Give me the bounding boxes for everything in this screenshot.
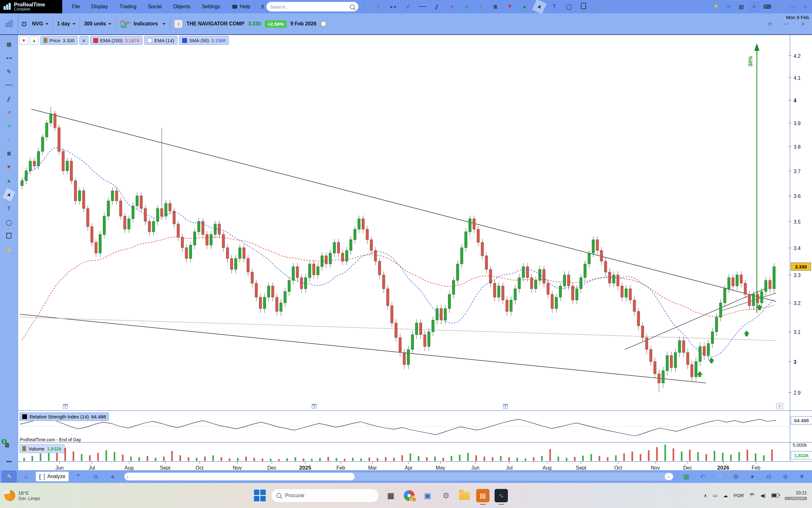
chart-minimize-icon[interactable]: — — [781, 18, 792, 29]
time-scrollbar-track[interactable]: ‹ › — [124, 472, 674, 481]
menu-settings[interactable]: Settings — [202, 4, 220, 9]
calendar-back-icon[interactable]: ▦ — [680, 471, 692, 482]
sidebar-more-icon[interactable]: ••• — [3, 457, 14, 466]
battery-icon[interactable] — [771, 494, 779, 498]
duplicate-chart-icon[interactable]: ⧉ — [89, 471, 102, 482]
browser-icon[interactable]: R — [402, 489, 416, 502]
store-icon[interactable]: ▣ — [421, 489, 434, 502]
zoom-out-icon[interactable]: ⊖ — [763, 471, 774, 482]
taskbar-clock[interactable]: 20:21 09/02/2026 — [785, 490, 807, 501]
alert-bell-icon[interactable]: ⍾ — [592, 1, 604, 12]
task-view-icon[interactable]: ▦ — [384, 489, 397, 502]
scroll-right-button[interactable]: › — [665, 473, 673, 480]
ema200-legend-chip[interactable]: EMA (200) 3.1874 — [90, 36, 143, 45]
sidebar-text-tool-icon[interactable]: T — [3, 204, 14, 213]
sidebar-thick-arrow-up-green-icon[interactable]: ▲ — [3, 176, 14, 185]
price-legend-chip[interactable]: Price 3.330 — [40, 36, 78, 45]
display-icon[interactable]: ▭ — [713, 493, 717, 499]
trend-arrow-red-icon[interactable]: ↗ — [446, 1, 457, 12]
comment-icon[interactable]: ❞ — [71, 471, 85, 482]
servers-icon[interactable]: ▤ — [737, 1, 745, 12]
collapse-panel-icon[interactable]: ▼ — [796, 471, 808, 482]
wifi-icon[interactable] — [750, 494, 755, 498]
sidebar-cursor-icon[interactable]: ➤ — [2, 187, 16, 202]
global-search-input[interactable]: Search... — [266, 2, 359, 11]
volume-legend-chip[interactable]: Volume 1,832k — [19, 444, 64, 453]
trend-arrow-green-icon[interactable]: ↗ — [460, 1, 472, 12]
parallel-channel-icon[interactable]: ∥ — [429, 0, 444, 14]
flag-icon[interactable]: ⚑ — [712, 1, 720, 12]
sidebar-orderbook-icon[interactable]: ≣ — [3, 149, 14, 158]
language-indicator[interactable]: POR — [733, 493, 744, 498]
segment-icon[interactable]: ●─● — [387, 1, 399, 12]
sidebar-bulb-icon[interactable]: ◉ — [3, 245, 14, 254]
trading-app-icon[interactable]: ∿ — [494, 489, 508, 502]
analyze-button[interactable]: [] Analyze — [36, 471, 69, 482]
sidebar-ellipse-tool-icon[interactable]: ◯ — [3, 218, 14, 227]
sidebar-parallel-channel-icon[interactable]: ∥ — [2, 92, 15, 105]
main-chart-canvas[interactable] — [18, 35, 812, 470]
sell-order-button[interactable]: ▼ — [19, 36, 28, 45]
chart-options-icon[interactable]: ⚙ — [730, 471, 742, 482]
realtime-toggle[interactable] — [320, 20, 327, 27]
text-tool-icon[interactable]: T — [548, 1, 560, 12]
zoom-in-icon[interactable]: ⊕ — [780, 471, 791, 482]
pin-icon[interactable]: ➤ — [773, 0, 786, 13]
cursor-icon[interactable]: ➤ — [532, 0, 547, 14]
sync-icon[interactable]: ⟳ — [724, 1, 733, 12]
instrument-info-icon[interactable]: i — [174, 20, 183, 28]
indicators-dropdown[interactable] — [162, 17, 170, 31]
rsi-legend-chip[interactable]: Relative Strength Index (14) 64.488 — [19, 412, 109, 421]
time-scrollbar-thumb[interactable]: ‹ — [124, 472, 355, 481]
sidebar-pencil-icon[interactable]: ✎ — [3, 67, 14, 76]
ellipse-tool-icon[interactable]: ◯ — [563, 1, 575, 12]
zoom-drag-icon[interactable]: ⌖ — [747, 471, 758, 482]
file-explorer-icon[interactable] — [458, 489, 471, 502]
ema14-legend-chip[interactable]: EMA (14) — [144, 36, 178, 45]
notes-icon[interactable]: 🗎1 — [4, 441, 14, 451]
chart-info-icon[interactable]: i — [776, 403, 783, 409]
menu-objects[interactable]: Objects — [173, 4, 190, 9]
weather-widget[interactable]: 15°C Ger. Limpo — [0, 490, 100, 501]
polyline-icon[interactable]: ◦╱◦ — [402, 1, 413, 12]
thick-arrow-up-green-icon[interactable]: ▲ — [519, 1, 530, 12]
horizontal-line-icon[interactable]: ── — [417, 1, 428, 12]
buy-order-button[interactable]: ▲ — [30, 36, 39, 45]
share-button[interactable]: ∴ — [19, 471, 33, 482]
vertical-arrow-green-icon[interactable]: ↑ — [475, 1, 486, 12]
sidebar-thick-arrow-down-red-icon[interactable]: ▼ — [3, 162, 14, 172]
minimize-icon[interactable]: — — [789, 1, 797, 12]
draw-chart-button[interactable]: ✎ — [2, 471, 16, 482]
taskbar-search-input[interactable]: Procurar — [271, 489, 379, 503]
volume-icon[interactable]: ◀) — [760, 493, 766, 499]
sidebar-trend-arrow-red-icon[interactable]: ↗ — [3, 108, 14, 117]
trash-icon[interactable] — [578, 1, 589, 12]
menu-social[interactable]: Social — [148, 4, 162, 9]
cloud-icon[interactable]: ☁ — [723, 493, 728, 499]
sidebar-trend-arrow-green-icon[interactable]: ↗ — [3, 121, 14, 131]
collapse-left-icon[interactable]: « — [106, 471, 120, 482]
sidebar-segment-icon[interactable]: ●─● — [3, 53, 14, 62]
menu-file[interactable]: File — [72, 4, 80, 9]
chart-close-icon[interactable]: ✕ — [797, 18, 809, 29]
undo-icon[interactable]: ↶ — [697, 471, 709, 482]
units-selector[interactable]: 300 units — [80, 17, 115, 31]
timeframe-selector[interactable]: 1 day — [53, 17, 80, 31]
symbol-selector[interactable]: NVG — [28, 17, 53, 31]
sidebar-trash-icon[interactable] — [3, 231, 14, 241]
app-logo[interactable]: ProRealTime Complete — [0, 0, 62, 13]
settings-app-icon[interactable]: ⚙ — [439, 489, 453, 502]
ruler-icon[interactable]: ▰ — [371, 0, 386, 14]
legend-list-chip[interactable]: ≡ — [79, 36, 89, 45]
tray-chevron-up-icon[interactable]: ∧ — [704, 493, 707, 499]
sidebar-horizontal-line-icon[interactable]: ── — [3, 80, 14, 90]
prorealtime-app-icon[interactable]: ▤ — [476, 489, 489, 502]
link-charts-icon[interactable]: ∞ — [257, 3, 268, 10]
chart-type-icon[interactable] — [0, 13, 18, 34]
menu-trading[interactable]: Trading — [120, 4, 137, 9]
chart-sync-icon[interactable]: ⟳ — [764, 18, 776, 29]
sidebar-vertical-arrow-green-icon[interactable]: ↑ — [3, 135, 14, 144]
scroll-left-icon[interactable]: ‹ — [127, 474, 128, 479]
thick-arrow-down-red-icon[interactable]: ▼ — [504, 1, 516, 12]
workspace-settings-icon[interactable]: ⚙ — [750, 3, 759, 11]
